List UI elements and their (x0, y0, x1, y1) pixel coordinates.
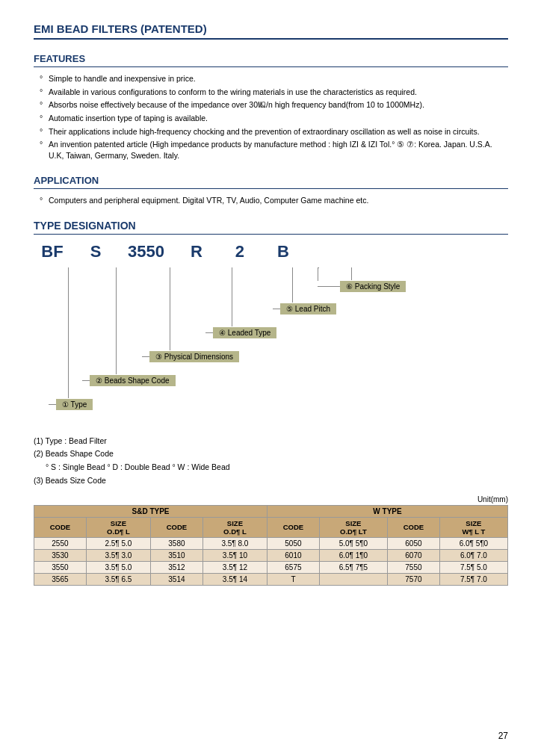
col-code-2: CODE (151, 517, 203, 537)
type-char-s: S (84, 242, 107, 261)
feature-5: Their applications include high-frequenc… (40, 126, 508, 137)
page-title: EMI BEAD FILTERS (PATENTED) (34, 22, 508, 40)
cell: 6050 (387, 537, 439, 549)
w-type-header: W TYPE (268, 505, 508, 517)
legend-line1: (1) Type : Bead Filter (34, 435, 508, 448)
feature-6: An invention patented article (High impe… (40, 139, 508, 161)
type-chars-row: BF S 3550 R 2 B (41, 242, 508, 261)
application-text: Computers and peripheral equipment. Digi… (40, 195, 508, 206)
cell: 6.0¶ 1¶0 (319, 549, 387, 561)
bf-vline (68, 267, 69, 398)
col-code-1: CODE (34, 517, 87, 537)
cell: 3514 (151, 573, 203, 585)
cell: 3530 (34, 549, 87, 561)
col-size-3: SIZEO.D¶ LT (319, 517, 387, 537)
col-code-4: CODE (387, 517, 439, 537)
table-header-sub: CODE SIZEO.D¶ L CODE SIZEO.D¶ L CODE SIZ… (34, 517, 508, 537)
table-header-main: S&D TYPE W TYPE (34, 505, 508, 517)
leaded-type-label: ④ Leaded Type (213, 327, 276, 338)
cell: 3550 (34, 561, 87, 573)
application-title: APPLICATION (34, 175, 508, 189)
col-size-1: SIZEO.D¶ L (86, 517, 150, 537)
cell: 3.5¶ 10 (202, 549, 267, 561)
type-char-bf: BF (41, 242, 64, 261)
type-char-r: R (185, 242, 208, 261)
col-code-3: CODE (268, 517, 320, 537)
cell: 2550 (34, 537, 87, 549)
table-body: 2550 2.5¶ 5.0 3580 3.5¶ 8.0 5050 5.0¶ 5¶… (34, 537, 508, 585)
cell: T (268, 573, 320, 585)
cell: 7550 (387, 561, 439, 573)
cell: 7570 (387, 573, 439, 585)
cell: 5.0¶ 5¶0 (319, 537, 387, 549)
cell: 6.0¶ 7.0 (439, 549, 507, 561)
feature-3: Absorbs noise effectively because of the… (40, 99, 508, 111)
3550-vline (170, 267, 170, 350)
b-vline (351, 267, 352, 280)
sd-type-header: S&D TYPE (34, 505, 268, 517)
cell: 7.5¶ 5.0 (439, 561, 507, 573)
type-char-3550: 3550 (128, 242, 164, 261)
type-char-2: 2 (229, 242, 251, 261)
cell: 3.5¶ 8.0 (202, 537, 267, 549)
feature-1: Simple to handle and inexpensive in pric… (40, 73, 508, 84)
features-title: FEATURES (34, 53, 508, 67)
legend-line2: (2) Beads Shape Code (34, 447, 508, 461)
cell: 3.5¶ 6.5 (86, 573, 150, 585)
features-list: Simple to handle and inexpensive in pric… (40, 73, 508, 161)
r-vline (232, 267, 232, 326)
table-row: 2550 2.5¶ 5.0 3580 3.5¶ 8.0 5050 5.0¶ 5¶… (34, 537, 508, 549)
unit-label: Unit(mm) (34, 495, 508, 504)
table-row: 3565 3.5¶ 6.5 3514 3.5¶ 14 T 7570 7.5¶ 7… (34, 573, 508, 585)
cell: 3.5¶ 3.0 (86, 549, 150, 561)
cell: 5050 (268, 537, 320, 549)
cell: 6.5¶ 7¶5 (319, 561, 387, 573)
2-vline (292, 267, 293, 303)
beads-shape-code-label: ② Beads Shape Code (90, 375, 176, 386)
cell: 6070 (387, 549, 439, 561)
cell: 3.5¶ 12 (202, 561, 267, 573)
legend-line3: ° S : Single Bead ° D : Double Bead ° W … (46, 461, 508, 474)
packing-style-label: ⑥ Packing Style (340, 281, 406, 292)
legend-section: (1) Type : Bead Filter (2) Beads Shape C… (34, 435, 508, 488)
cell: 3580 (151, 537, 203, 549)
s-vline (116, 267, 117, 374)
type-label: ① Type (56, 399, 93, 410)
cell: 6575 (268, 561, 320, 573)
page-number: 27 (498, 731, 508, 741)
type-char-b: B (272, 242, 294, 261)
application-list: Computers and peripheral equipment. Digi… (40, 195, 508, 206)
cell: 7.5¶ 7.0 (439, 573, 507, 585)
legend-line4: (3) Beads Size Code (34, 474, 508, 488)
cell: 3.5¶ 5.0 (86, 561, 150, 573)
table-row: 3530 3.5¶ 3.0 3510 3.5¶ 10 6010 6.0¶ 1¶0… (34, 549, 508, 561)
cell: 3512 (151, 561, 203, 573)
table-row: 3550 3.5¶ 5.0 3512 3.5¶ 12 6575 6.5¶ 7¶5… (34, 561, 508, 573)
cell: 2.5¶ 5.0 (86, 537, 150, 549)
lead-pitch-label: ⑤ Lead Pitch (280, 303, 336, 315)
diagram-area: ⑥ Packing Style ⑤ Lead Pitch ④ Leaded Ty… (41, 267, 508, 424)
col-size-2: SIZEO.D¶ L (202, 517, 267, 537)
cell: 3565 (34, 573, 87, 585)
data-table: S&D TYPE W TYPE CODE SIZEO.D¶ L CODE SIZ… (34, 505, 508, 586)
cell: 3510 (151, 549, 203, 561)
cell: 6010 (268, 549, 320, 561)
col-size-4: SIZEW¶ L T (439, 517, 507, 537)
cell: 6.0¶ 5¶0 (439, 537, 507, 549)
feature-2: Available in various configurations to c… (40, 87, 508, 98)
type-designation-title: TYPE DESIGNATION (34, 220, 508, 235)
feature-4: Automatic insertion type of taping is av… (40, 113, 508, 124)
cell (319, 573, 387, 585)
cell: 3.5¶ 14 (202, 573, 267, 585)
physical-dimensions-label: ③ Physical Dimensions (149, 351, 239, 362)
